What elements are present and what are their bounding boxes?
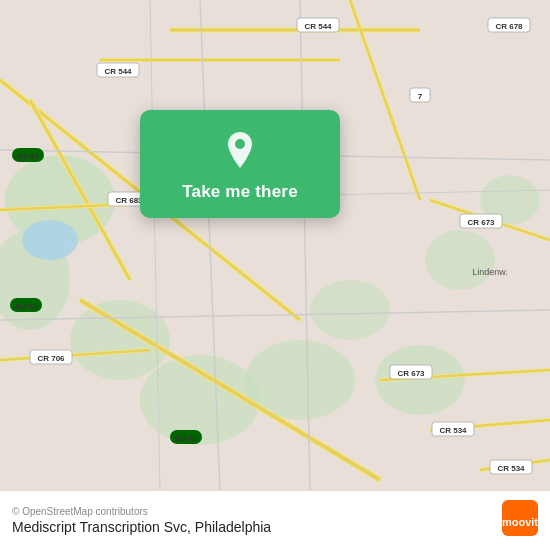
svg-text:7: 7: [418, 92, 423, 101]
svg-point-68: [235, 139, 245, 149]
svg-point-3: [70, 300, 170, 380]
svg-text:NJ 42: NJ 42: [15, 302, 37, 311]
svg-text:CR 678: CR 678: [495, 22, 523, 31]
svg-point-8: [425, 230, 495, 290]
svg-text:CR 683: CR 683: [115, 196, 143, 205]
svg-text:Lindenw.: Lindenw.: [472, 267, 508, 277]
svg-text:moovit: moovit: [502, 516, 538, 528]
moovit-logo: moovit: [502, 500, 538, 536]
svg-text:CR 534: CR 534: [497, 464, 525, 473]
svg-text:CR 706: CR 706: [37, 354, 65, 363]
svg-text:NJ 41: NJ 41: [17, 152, 39, 161]
svg-text:NJ 42: NJ 42: [175, 434, 197, 443]
bottom-bar: © OpenStreetMap contributors Mediscript …: [0, 490, 550, 550]
svg-text:CR 673: CR 673: [397, 369, 425, 378]
map-attribution: © OpenStreetMap contributors: [12, 506, 538, 517]
svg-text:CR 673: CR 673: [467, 218, 495, 227]
take-me-there-button[interactable]: Take me there: [182, 182, 298, 202]
location-name: Mediscript Transcription Svc, Philadelph…: [12, 519, 538, 535]
svg-text:CR 544: CR 544: [104, 67, 132, 76]
svg-text:CR 544: CR 544: [304, 22, 332, 31]
location-pin-icon: [218, 128, 262, 172]
map-container: CR 544 CR 678 NJ 41 CR 544 CR 683 NJ 42 …: [0, 0, 550, 490]
moovit-logo-icon: moovit: [502, 500, 538, 536]
popup-card[interactable]: Take me there: [140, 110, 340, 218]
svg-text:CR 534: CR 534: [439, 426, 467, 435]
svg-point-7: [310, 280, 390, 340]
svg-point-10: [22, 220, 78, 260]
